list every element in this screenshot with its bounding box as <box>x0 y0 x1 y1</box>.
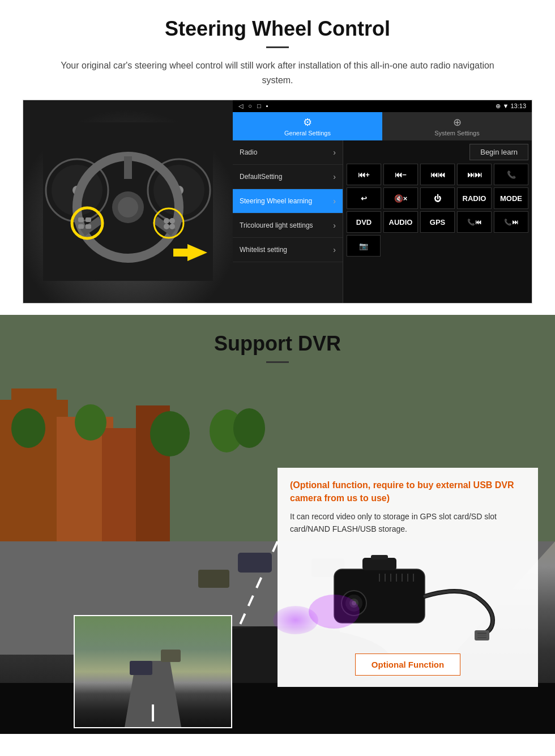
tab-general-settings[interactable]: ⚙ General Settings <box>233 112 382 140</box>
control-panel: Begin learn ⏮+ ⏮− ⏮⏮ ⏭⏭ 📞 ↩ 🔇× ⏻ <box>343 140 532 303</box>
menu-default-label: DefaultSetting <box>240 173 282 181</box>
svg-rect-15 <box>78 217 84 222</box>
status-nav-icons: ◁ ○ □ ▪ <box>238 102 268 110</box>
svg-rect-17 <box>78 224 84 229</box>
dvr-optional-notice: (Optional function, require to buy exter… <box>290 479 526 505</box>
title-divider <box>266 46 289 48</box>
menu-steering-label: Steering Wheel learning <box>240 197 312 205</box>
dvr-camera-image <box>290 544 526 646</box>
control-grid-row2: ↩ 🔇× ⏻ RADIO MODE <box>347 187 528 209</box>
status-right-icons: ⊕ ▼ 13:13 <box>496 102 526 110</box>
ctrl-hangup[interactable]: ↩ <box>347 187 381 209</box>
chevron-icon-whitelist: › <box>333 245 336 254</box>
svg-point-34 <box>150 411 190 456</box>
android-status-bar: ◁ ○ □ ▪ ⊕ ▼ 13:13 <box>233 100 532 112</box>
chevron-icon-steering: › <box>333 197 336 206</box>
system-icon: ⊕ <box>453 116 462 129</box>
menu-tricoloured-label: Tricoloured light settings <box>240 221 313 229</box>
steering-subtitle: Your original car's steering wheel contr… <box>45 58 510 87</box>
svg-rect-28 <box>11 388 57 405</box>
svg-rect-39 <box>238 553 272 573</box>
dvr-info-card: (Optional function, require to buy exter… <box>278 468 538 687</box>
svg-point-12 <box>118 197 138 217</box>
control-grid-row4: 📷 <box>347 235 528 257</box>
ctrl-call-prev[interactable]: 📞⏮ <box>457 211 492 233</box>
ctrl-camera[interactable]: 📷 <box>347 235 381 257</box>
svg-point-23 <box>169 224 175 229</box>
dvr-section: Support DVR (Optional function, require … <box>0 315 555 734</box>
ctrl-radio[interactable]: RADIO <box>457 187 492 209</box>
svg-rect-40 <box>198 570 229 588</box>
chevron-icon-tricoloured: › <box>333 221 336 230</box>
ctrl-gps[interactable]: GPS <box>420 211 455 233</box>
control-grid-row3: DVD AUDIO GPS 📞⏮ 📞⏭ <box>347 211 528 233</box>
road-preview-thumbnail <box>74 615 232 728</box>
svg-point-36 <box>233 408 265 448</box>
android-content: Radio › DefaultSetting › Steering Wheel … <box>233 140 532 303</box>
camera-svg <box>300 546 515 643</box>
svg-point-32 <box>11 408 45 448</box>
dvr-description: It can record video only to storage in G… <box>290 510 526 536</box>
ctrl-next[interactable]: ⏭⏭ <box>457 164 492 185</box>
svg-rect-47 <box>371 555 388 559</box>
ctrl-audio[interactable]: AUDIO <box>383 211 418 233</box>
ctrl-vol-down[interactable]: ⏮− <box>383 164 418 185</box>
ctrl-power[interactable]: ⏻ <box>420 187 455 209</box>
begin-learn-row: Begin learn <box>347 144 528 160</box>
menu-list: Radio › DefaultSetting › Steering Wheel … <box>233 140 343 303</box>
ctrl-vol-up[interactable]: ⏮+ <box>347 164 381 185</box>
menu-item-steering[interactable]: Steering Wheel learning › <box>233 189 343 213</box>
demo-container: ◁ ○ □ ▪ ⊕ ▼ 13:13 ⚙ General Settings ⊕ S… <box>23 100 532 304</box>
svg-point-21 <box>169 218 175 224</box>
ctrl-dvd[interactable]: DVD <box>347 211 381 233</box>
menu-item-radio[interactable]: Radio › <box>233 140 343 165</box>
android-panel: ◁ ○ □ ▪ ⊕ ▼ 13:13 ⚙ General Settings ⊕ S… <box>233 100 532 303</box>
steering-section: Steering Wheel Control Your original car… <box>0 0 555 315</box>
dvr-title-area: Support DVR <box>0 315 555 385</box>
ctrl-mute[interactable]: 🔇× <box>383 187 418 209</box>
svg-point-33 <box>75 404 106 441</box>
optional-btn-container: Optional Function <box>290 654 526 676</box>
chevron-icon-default: › <box>333 172 336 181</box>
svg-rect-61 <box>477 633 486 638</box>
steering-wheel-svg <box>43 122 213 281</box>
svg-point-22 <box>164 224 169 229</box>
preview-car1 <box>130 661 152 675</box>
dvr-divider <box>266 361 289 363</box>
tab-general-label: General Settings <box>284 130 331 136</box>
android-tabs[interactable]: ⚙ General Settings ⊕ System Settings <box>233 112 532 140</box>
svg-point-13 <box>71 207 103 239</box>
ctrl-prev[interactable]: ⏮⏮ <box>420 164 455 185</box>
menu-item-default[interactable]: DefaultSetting › <box>233 165 343 189</box>
car-image <box>23 100 233 303</box>
begin-learn-button[interactable]: Begin learn <box>469 144 528 160</box>
menu-radio-label: Radio <box>240 148 257 156</box>
chevron-icon-radio: › <box>333 148 336 157</box>
menu-whitelist-label: Whitelist setting <box>240 246 287 254</box>
menu-item-tricoloured[interactable]: Tricoloured light settings › <box>233 213 343 238</box>
tab-system-settings[interactable]: ⊕ System Settings <box>382 112 532 140</box>
svg-point-20 <box>164 218 169 224</box>
preview-car2 <box>161 650 181 662</box>
tab-system-label: System Settings <box>434 130 479 136</box>
control-grid-row1: ⏮+ ⏮− ⏮⏮ ⏭⏭ 📞 <box>347 164 528 185</box>
svg-rect-16 <box>86 217 91 222</box>
gear-icon: ⚙ <box>303 116 312 129</box>
steering-wheel-bg <box>23 100 233 303</box>
optional-function-button[interactable]: Optional Function <box>355 654 460 676</box>
road-center-line <box>152 704 154 721</box>
svg-rect-46 <box>362 558 396 570</box>
svg-rect-18 <box>86 224 91 229</box>
svg-rect-25 <box>173 249 190 257</box>
steering-title: Steering Wheel Control <box>23 17 532 41</box>
ctrl-mode[interactable]: MODE <box>494 187 528 209</box>
menu-item-whitelist[interactable]: Whitelist setting › <box>233 238 343 262</box>
camera-glow <box>273 606 318 634</box>
ctrl-call-next[interactable]: 📞⏭ <box>494 211 528 233</box>
ctrl-call[interactable]: 📞 <box>494 164 528 185</box>
dvr-title: Support DVR <box>23 332 532 356</box>
